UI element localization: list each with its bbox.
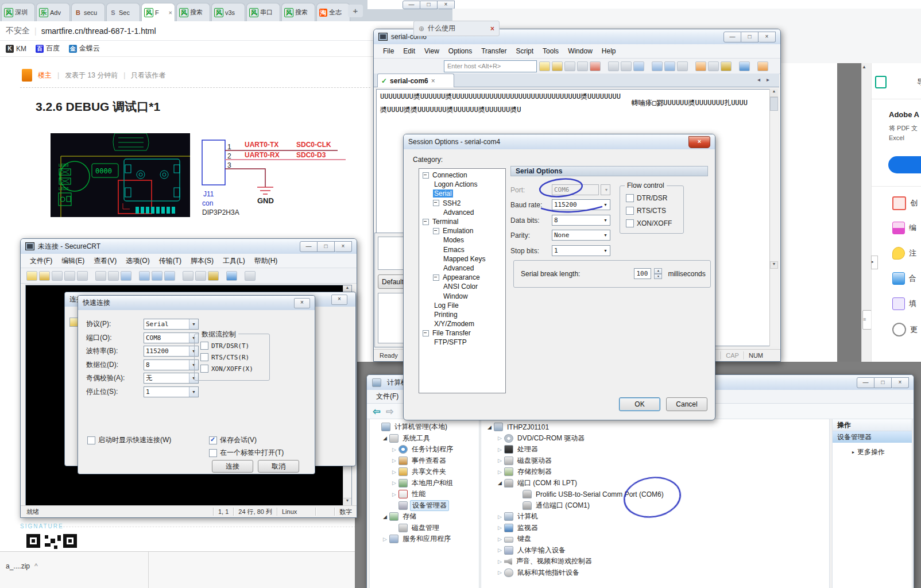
new-tab-button[interactable]: + (348, 5, 363, 17)
adobe-tool-row[interactable]: 合 (892, 272, 916, 285)
tree-expander-icon[interactable] (496, 514, 504, 520)
tree-expander-icon[interactable] (433, 274, 439, 281)
adobe-tool-row[interactable]: 更 (892, 323, 918, 336)
security-label[interactable]: 不安全 (6, 26, 30, 36)
chevron-down-icon[interactable]: ▼ (189, 319, 198, 329)
new-session-icon[interactable] (26, 271, 37, 281)
connect-button[interactable]: 连接 (212, 460, 253, 473)
field-combobox[interactable]: 1 ▼ (144, 386, 199, 397)
bookmark-item[interactable]: 百 百度 (36, 44, 60, 53)
menu-item[interactable]: Transfer (477, 47, 511, 55)
options-tree-item[interactable]: X/Y/Zmodem (419, 319, 505, 328)
tree-expander-icon[interactable] (390, 458, 398, 463)
options-tree-item[interactable]: Log File (419, 301, 505, 310)
tree-expander-icon[interactable] (496, 469, 504, 475)
device-tree-item[interactable]: Prolific USB-to-Serial Comm Port (COM6) (481, 489, 829, 500)
checkbox[interactable] (626, 219, 634, 227)
tab-close-icon[interactable]: × (431, 77, 435, 85)
spinner[interactable]: ▲▼ (654, 268, 662, 279)
options-tree-item[interactable]: Serial (419, 189, 505, 198)
console-tree-item[interactable]: 系统工具 (370, 433, 479, 444)
menu-item[interactable]: Options (444, 47, 477, 55)
minimize-icon[interactable]: — (723, 32, 741, 42)
checkbox[interactable] (200, 342, 208, 350)
tree-expander-icon[interactable] (390, 492, 398, 497)
browser-tab[interactable]: 风 F × (141, 3, 175, 21)
browser-tab[interactable]: 风 v3s × (211, 3, 245, 21)
device-tree-item[interactable]: DVD/CD-ROM 驱动器 (481, 433, 829, 444)
tree-expander-icon[interactable] (496, 536, 504, 542)
close-icon[interactable]: × (490, 25, 494, 33)
options-tree-item[interactable]: Mapped Keys (419, 254, 505, 264)
bookmark-item[interactable]: 金 金蝶云 (69, 44, 100, 53)
scroll-down-icon[interactable]: ▼ (343, 498, 351, 505)
copy-icon[interactable] (95, 271, 106, 281)
tree-expander-icon[interactable] (390, 480, 398, 486)
host-input[interactable]: Enter host <Alt+R> (444, 60, 537, 72)
menu-item[interactable]: File (378, 47, 398, 55)
cancel-button[interactable]: 取消 (258, 460, 299, 473)
browser-tab[interactable]: 淘 全志 × (316, 3, 350, 21)
options-tree-item[interactable]: Emulation (419, 226, 505, 235)
console-tree-item[interactable]: 计算机管理(本地) (370, 421, 479, 433)
device-tree-item[interactable]: 人体学输入设备 (481, 545, 829, 556)
console-tree-item[interactable]: 本地用户和组 (370, 478, 479, 489)
options-tree-item[interactable]: Terminal (419, 217, 505, 226)
tree-expander-icon[interactable] (433, 228, 439, 234)
tree-expander-icon[interactable] (496, 435, 504, 441)
key-agent-icon[interactable] (208, 271, 219, 281)
checkbox[interactable] (626, 207, 634, 215)
break-length-input[interactable]: 100 (634, 268, 651, 279)
paste-icon[interactable] (108, 271, 119, 281)
tree-expander-icon[interactable] (390, 447, 398, 452)
console-tree-item[interactable]: 存储 (370, 511, 479, 523)
url-text[interactable]: smartfire.cn/thread-687-1-1.html (41, 26, 156, 36)
menu-item[interactable]: 编辑(E) (57, 256, 89, 266)
console-tree-item[interactable]: 性能 (370, 489, 479, 500)
device-tree-item[interactable]: 存储控制器 (481, 466, 829, 478)
print-setup-icon[interactable] (677, 61, 688, 71)
copy-icon[interactable] (608, 61, 619, 71)
checkbox[interactable] (87, 436, 95, 444)
tree-expander-icon[interactable] (381, 435, 389, 441)
tree-expander-icon[interactable] (496, 525, 504, 531)
close-icon[interactable]: × (892, 377, 909, 388)
tab-scroll-left-icon[interactable]: ◂ (757, 76, 760, 83)
close-icon[interactable]: × (294, 298, 310, 308)
key-agent-icon[interactable] (721, 61, 732, 71)
browser-tab[interactable]: 风 深圳 × (1, 3, 35, 21)
options-tree-item[interactable]: Printing (419, 310, 505, 319)
tree-expander-icon[interactable] (423, 172, 429, 179)
checkbox[interactable] (200, 365, 208, 373)
port-dropdown[interactable]: ▼ (601, 184, 610, 195)
tree-expander-icon[interactable] (496, 458, 504, 463)
maximize-icon[interactable]: □ (741, 32, 759, 42)
tree-expander-icon[interactable] (496, 547, 504, 553)
tree-expander-icon[interactable] (496, 570, 504, 575)
disconnect-icon[interactable] (77, 271, 88, 281)
tree-expander-icon[interactable] (496, 559, 504, 564)
bookmark-item[interactable]: K KM (6, 45, 26, 53)
menu-item[interactable]: View (420, 47, 444, 55)
paste-icon[interactable] (621, 61, 632, 71)
checkbox[interactable] (209, 449, 217, 457)
print-preview-icon[interactable] (664, 61, 675, 71)
cancel-button[interactable]: Cancel (666, 397, 707, 411)
menu-item[interactable]: Tools (538, 47, 563, 55)
menu-item[interactable]: Window (563, 47, 597, 55)
adobe-tool-row[interactable]: 创 (892, 196, 918, 210)
download-item[interactable]: a_....zip ^ (6, 562, 38, 570)
minimize-icon[interactable]: — (403, 1, 420, 9)
device-tree-item[interactable]: 鼠标和其他指针设备 (481, 567, 829, 579)
minimize-icon[interactable]: — (857, 377, 874, 388)
tree-expander-icon[interactable] (381, 514, 389, 520)
scroll-up-icon[interactable]: ▲ (862, 63, 872, 71)
menu-item[interactable]: 脚本(S) (186, 256, 218, 266)
device-tree-item[interactable]: 计算机 (481, 511, 829, 523)
device-tree-item[interactable]: ITHPZJ01101 (481, 421, 829, 433)
session-options-titlebar[interactable]: Session Options - serial-com4 × (404, 134, 715, 149)
tree-expander-icon[interactable] (423, 219, 429, 225)
device-tree-item[interactable]: 通信端口 (COM1) (481, 500, 829, 512)
tree-expander-icon[interactable] (381, 536, 389, 542)
device-tree-item[interactable]: 磁盘驱动器 (481, 455, 829, 467)
